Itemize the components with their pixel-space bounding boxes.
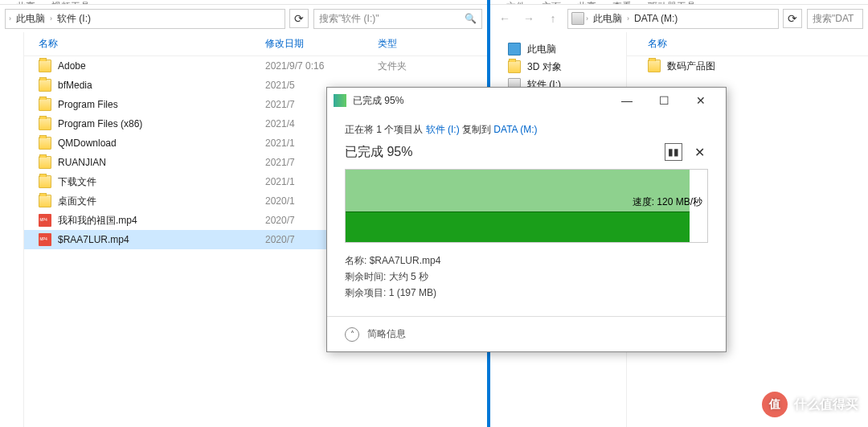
file-name: 桌面文件 — [58, 195, 96, 208]
tree-label: 此电脑 — [527, 43, 556, 56]
speed-label: 速度: 120 MB/秒 — [633, 195, 702, 209]
file-name: Adobe — [58, 60, 86, 72]
watermark-badge-icon: 值 — [762, 392, 788, 417]
file-name: Program Files — [58, 99, 118, 110]
watermark: 值 什么值得买 — [762, 392, 858, 417]
refresh-icon[interactable]: ⟳ — [289, 9, 309, 28]
col-type[interactable]: 类型 — [378, 37, 487, 51]
chevron-right-icon: › — [9, 14, 11, 23]
folder-icon — [39, 137, 51, 150]
dialog-footer[interactable]: ˄ 简略信息 — [327, 316, 726, 351]
search-input[interactable]: 搜索"DAT — [807, 9, 863, 29]
chevron-up-icon[interactable]: ˄ — [345, 327, 359, 342]
tree-item[interactable]: 此电脑 — [493, 40, 623, 58]
nav-tree-stub — [0, 32, 24, 427]
table-row[interactable]: 数码产品图 — [627, 56, 868, 76]
search-icon: 🔍 — [465, 13, 477, 24]
pause-button[interactable]: ▮▮ — [665, 143, 682, 161]
file-name: Program Files (x86) — [58, 118, 142, 129]
folder-icon — [39, 117, 51, 130]
close-button[interactable]: ✕ — [682, 89, 719, 112]
watermark-text: 什么值得买 — [794, 396, 858, 413]
cancel-button[interactable]: ✕ — [690, 143, 708, 161]
address-row-right: ← → ↑ › 此电脑 › DATA (M:) ⟳ 搜索"DAT — [490, 5, 868, 32]
folder-icon — [508, 60, 521, 73]
search-placeholder: 搜索"DAT — [813, 12, 854, 26]
folder-icon — [39, 175, 51, 188]
mp4-icon — [39, 214, 51, 227]
address-row-left: › 此电脑 › 软件 (I:) ⟳ 搜索"软件 (I:)" 🔍 — [0, 5, 487, 32]
pc-icon — [508, 43, 521, 55]
copy-mid: 复制到 — [460, 124, 494, 135]
up-icon[interactable]: ↑ — [543, 9, 563, 28]
refresh-icon[interactable]: ⟳ — [783, 9, 802, 28]
breadcrumb[interactable]: DATA (M:) — [631, 13, 681, 24]
speed-graph: 速度: 120 MB/秒 — [345, 169, 708, 243]
file-name: QMDownload — [58, 138, 117, 149]
copy-dst-link[interactable]: DATA (M:) — [493, 124, 537, 135]
col-name[interactable]: 名称 — [627, 37, 868, 51]
folder-icon — [39, 195, 51, 207]
copy-src-link[interactable]: 软件 (I:) — [426, 124, 460, 135]
folder-icon — [39, 156, 51, 169]
breadcrumb[interactable]: 软件 (I:) — [54, 12, 94, 26]
back-icon[interactable]: ← — [495, 9, 514, 28]
copy-remain-items: 剩余项目: 1 (197 MB) — [345, 285, 708, 301]
search-placeholder: 搜索"软件 (I:)" — [319, 12, 379, 26]
dialog-titlebar[interactable]: 已完成 95% — ☐ ✕ — [327, 88, 726, 113]
chevron-right-icon: › — [586, 14, 588, 23]
copy-description: 正在将 1 个项目从 软件 (I:) 复制到 DATA (M:) — [345, 123, 708, 137]
column-headers: 名称 — [627, 32, 868, 56]
forward-icon[interactable]: → — [519, 9, 538, 28]
tree-label: 3D 对象 — [527, 60, 562, 74]
file-date: 2021/9/7 0:16 — [265, 60, 378, 72]
maximize-button[interactable]: ☐ — [645, 89, 682, 112]
file-name: 下载文件 — [58, 175, 96, 189]
col-name[interactable]: 名称 — [24, 37, 265, 51]
folder-icon — [39, 98, 51, 111]
col-date[interactable]: 修改日期 — [265, 37, 378, 51]
footer-label: 简略信息 — [367, 327, 406, 341]
table-row[interactable]: Adobe2021/9/7 0:16文件夹 — [24, 56, 487, 76]
copy-icon — [334, 94, 346, 107]
copy-prefix: 正在将 1 个项目从 — [345, 124, 426, 135]
copy-filename: 名称: $RAA7LUR.mp4 — [345, 253, 708, 269]
file-name: 数码产品图 — [667, 60, 715, 73]
chevron-right-icon: › — [50, 14, 52, 23]
file-name: 我和我的祖国.mp4 — [58, 214, 137, 228]
tree-item[interactable]: 3D 对象 — [493, 58, 623, 76]
chevron-right-icon: › — [627, 14, 629, 23]
progress-text: 已完成 95% — [345, 144, 412, 161]
breadcrumb[interactable]: 此电脑 — [590, 12, 625, 26]
minimize-button[interactable]: — — [608, 89, 645, 112]
file-type: 文件夹 — [378, 60, 487, 73]
drive-icon — [571, 12, 584, 25]
folder-icon — [648, 60, 661, 72]
search-input[interactable]: 搜索"软件 (I:)" 🔍 — [313, 9, 482, 29]
file-name: bfMedia — [58, 80, 92, 91]
address-bar[interactable]: › 此电脑 › 软件 (I:) — [5, 9, 285, 29]
file-name: RUANJIAN — [58, 157, 106, 168]
file-name: $RAA7LUR.mp4 — [58, 234, 129, 245]
column-headers: 名称 修改日期 类型 — [24, 32, 487, 56]
dialog-title: 已完成 95% — [353, 94, 403, 108]
mp4-icon — [39, 233, 51, 246]
folder-icon — [39, 79, 51, 92]
copy-progress-dialog: 已完成 95% — ☐ ✕ 正在将 1 个项目从 软件 (I:) 复制到 DAT… — [326, 87, 727, 352]
folder-icon — [39, 60, 51, 72]
breadcrumb[interactable]: 此电脑 — [13, 12, 48, 26]
copy-remain-time: 剩余时间: 大约 5 秒 — [345, 269, 708, 285]
address-bar[interactable]: › 此电脑 › DATA (M:) — [567, 9, 779, 29]
